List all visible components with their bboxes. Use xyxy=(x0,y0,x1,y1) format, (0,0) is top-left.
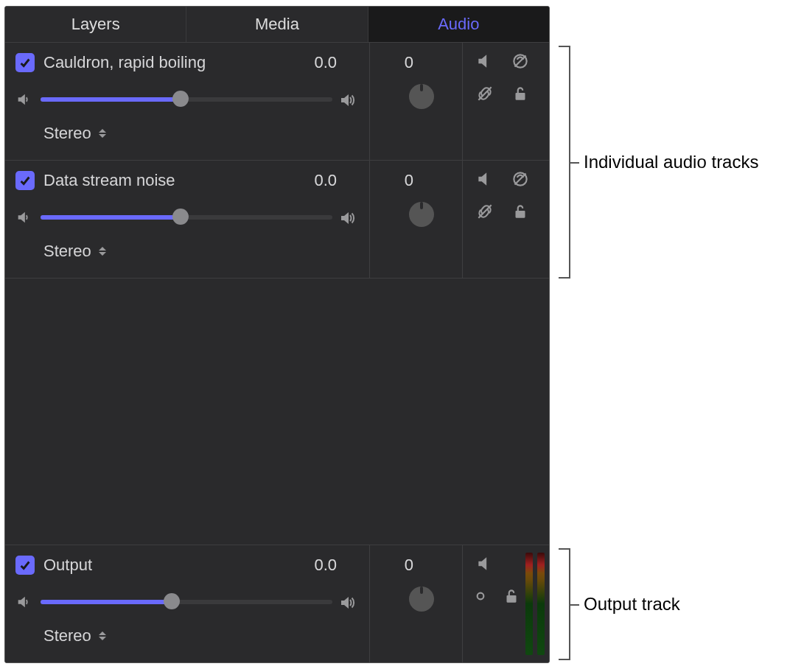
svg-rect-1 xyxy=(516,93,525,100)
tab-layers[interactable]: Layers xyxy=(5,7,186,42)
channel-select[interactable]: Stereo xyxy=(43,626,108,645)
enable-checkbox[interactable] xyxy=(15,556,35,575)
svg-rect-3 xyxy=(516,211,525,218)
lock-icon[interactable] xyxy=(500,587,522,606)
volume-max-icon xyxy=(338,209,356,230)
mute-icon[interactable] xyxy=(474,554,496,573)
callout-output: Output track xyxy=(584,594,680,615)
lock-icon[interactable] xyxy=(509,202,531,221)
level-meters xyxy=(525,553,545,655)
chevron-updown-icon xyxy=(99,631,108,640)
channel-select[interactable]: Stereo xyxy=(43,124,108,143)
link-icon[interactable] xyxy=(469,587,492,606)
audio-track: Cauldron, rapid boiling 0.0 0 xyxy=(5,42,549,160)
link-icon[interactable] xyxy=(474,202,496,221)
enable-checkbox[interactable] xyxy=(15,53,35,72)
volume-max-icon xyxy=(338,91,356,112)
tracks-area: Cauldron, rapid boiling 0.0 0 xyxy=(5,42,549,662)
audio-track: Data stream noise 0.0 0 xyxy=(5,160,549,278)
chevron-updown-icon xyxy=(99,247,108,256)
volume-max-icon xyxy=(338,594,356,615)
volume-slider[interactable] xyxy=(41,600,332,604)
volume-min-icon xyxy=(15,594,32,613)
pan-knob[interactable] xyxy=(409,84,434,109)
output-track: Output 0.0 0 xyxy=(5,545,549,662)
channel-label: Stereo xyxy=(43,124,91,143)
volume-min-icon xyxy=(15,91,32,111)
link-icon[interactable] xyxy=(474,84,496,103)
db-value[interactable]: 0.0 xyxy=(314,171,337,190)
volume-min-icon xyxy=(15,209,32,228)
track-name-label[interactable]: Cauldron, rapid boiling xyxy=(43,53,206,72)
channel-label: Stereo xyxy=(43,626,91,645)
solo-icon[interactable] xyxy=(509,52,531,71)
chevron-updown-icon xyxy=(99,129,108,138)
mute-icon[interactable] xyxy=(474,169,496,189)
pan-value[interactable]: 0 xyxy=(405,556,413,575)
panel-tabs: Layers Media Audio xyxy=(5,7,549,42)
volume-slider[interactable] xyxy=(41,215,332,220)
lock-icon[interactable] xyxy=(509,84,531,103)
callout-bracket xyxy=(560,46,570,279)
tab-audio[interactable]: Audio xyxy=(368,7,549,42)
callout-individual: Individual audio tracks xyxy=(584,152,758,172)
volume-slider[interactable] xyxy=(41,97,332,102)
db-value[interactable]: 0.0 xyxy=(314,556,337,575)
mute-icon[interactable] xyxy=(474,52,496,71)
channel-select[interactable]: Stereo xyxy=(43,242,108,261)
pan-value[interactable]: 0 xyxy=(405,171,413,190)
solo-icon[interactable] xyxy=(509,169,531,189)
channel-label: Stereo xyxy=(43,242,91,261)
pan-value[interactable]: 0 xyxy=(405,53,413,72)
audio-panel: Layers Media Audio Cauldron, rapid boili… xyxy=(4,6,550,663)
track-name-label[interactable]: Data stream noise xyxy=(43,171,175,190)
callout-bracket xyxy=(560,548,570,660)
enable-checkbox[interactable] xyxy=(15,171,35,190)
pan-knob[interactable] xyxy=(409,587,434,612)
db-value[interactable]: 0.0 xyxy=(314,53,337,72)
pan-knob[interactable] xyxy=(409,202,434,227)
track-name-label[interactable]: Output xyxy=(43,556,92,575)
svg-rect-4 xyxy=(507,595,517,603)
tab-media[interactable]: Media xyxy=(186,7,368,42)
